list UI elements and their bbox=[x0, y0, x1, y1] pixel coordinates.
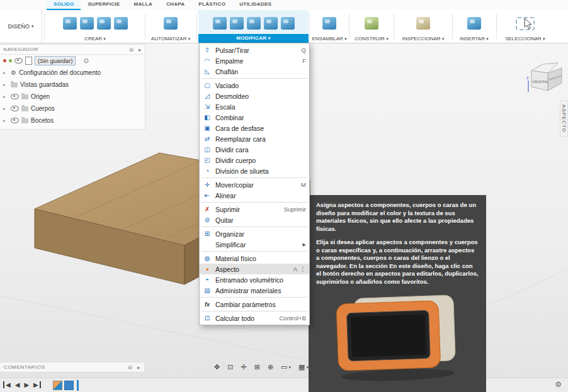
menu-item-quitar[interactable]: ⊘ Quitar bbox=[200, 215, 309, 225]
menu-item-pulsar-tirar[interactable]: ⇧ Pulsar/Tirar Q bbox=[200, 45, 309, 55]
insert-icon[interactable] bbox=[467, 17, 481, 30]
menu-item-entramado-volumetrico[interactable]: ◓ Entramado volumétrico bbox=[200, 274, 309, 285]
tab-malla[interactable]: MALLA bbox=[127, 0, 159, 10]
viewports-icon[interactable]: ▦▾ bbox=[298, 363, 309, 371]
tab-plastico[interactable]: PLÁSTICO bbox=[191, 0, 232, 10]
menu-item-division-de-silueta[interactable]: ◔ División de silueta bbox=[200, 165, 309, 176]
folder-icon bbox=[21, 94, 28, 99]
tab-utilidades[interactable]: UTILIDADES bbox=[232, 0, 278, 10]
viewcube[interactable]: FRONTAL DERECHA Z bbox=[525, 55, 565, 98]
seleccionar-menu-button[interactable]: SELECCIONAR ▾ bbox=[497, 35, 553, 43]
menu-item-organizar[interactable]: ⊞ Organizar bbox=[200, 228, 309, 239]
menu-item-calcular-todo[interactable]: ⊡ Calcular todo Control+B bbox=[200, 313, 309, 323]
ensamblar-menu-button[interactable]: ENSAMBLAR ▾ bbox=[310, 35, 348, 43]
pin-panel-icon[interactable]: ▸ bbox=[137, 364, 140, 371]
menu-item-material-fisico[interactable]: ◍ Material físico bbox=[200, 253, 309, 264]
measure-icon[interactable] bbox=[416, 17, 430, 30]
pin-panel-icon[interactable]: ▸ bbox=[139, 47, 142, 53]
menu-item-dividir-cuerpo[interactable]: ◰ Dividir cuerpo bbox=[200, 155, 309, 165]
browser-row-document[interactable]: (Sin guardar) ⊙ bbox=[0, 55, 145, 67]
timeline-extrude-feature-icon[interactable] bbox=[64, 381, 74, 390]
activate-component-icon[interactable]: ⊙ bbox=[83, 57, 88, 64]
visibility-eye-icon[interactable] bbox=[14, 58, 23, 64]
insertar-label: INSERTAR bbox=[460, 36, 485, 42]
expand-chevron-icon[interactable]: ▸ bbox=[3, 94, 8, 99]
menu-item-reemplazar-cara[interactable]: ⇄ Reemplazar cara bbox=[200, 133, 309, 144]
collapse-panel-icon[interactable]: ⊖ bbox=[129, 47, 134, 53]
modificar-menu-button[interactable]: MODIFICAR ▾ bbox=[198, 34, 309, 43]
remove-icon: ⊘ bbox=[203, 216, 212, 223]
browser-row-bodies[interactable]: ▸ Cuerpos bbox=[0, 103, 145, 115]
play-icon[interactable]: ▶ bbox=[24, 381, 29, 388]
browser-row-origin[interactable]: ▸ Origen bbox=[0, 91, 145, 103]
menu-item-label: Suprimir bbox=[215, 206, 280, 213]
menu-item-chaflan[interactable]: ◺ Chaflán bbox=[200, 66, 309, 77]
timeline-marker[interactable] bbox=[77, 380, 79, 391]
menu-item-cara-de-desfase[interactable]: ▣ Cara de desfase bbox=[200, 123, 309, 133]
browser-row-sketches[interactable]: ▸ Bocetos bbox=[0, 115, 145, 126]
automatizar-menu-button[interactable]: AUTOMATIZAR ▾ bbox=[146, 35, 195, 43]
tab-solido[interactable]: SOLIDO bbox=[47, 0, 81, 10]
split-icon[interactable] bbox=[281, 17, 295, 30]
press-pull-icon[interactable] bbox=[213, 17, 227, 30]
sweep-icon[interactable] bbox=[97, 17, 111, 30]
menu-item-combinar[interactable]: ◧ Combinar bbox=[200, 112, 309, 123]
expand-chevron-icon[interactable]: ▸ bbox=[3, 82, 8, 87]
go-to-end-icon[interactable]: ▶ bbox=[33, 381, 41, 388]
menu-item-cambiar-parametros[interactable]: fx Cambiar parámetros bbox=[200, 299, 309, 310]
combine-icon[interactable] bbox=[264, 17, 278, 30]
menu-item-shortcut: Q bbox=[302, 47, 306, 53]
inspeccionar-menu-button[interactable]: INSPECCIONAR ▾ bbox=[395, 35, 452, 43]
step-back-icon[interactable]: ◀ bbox=[15, 381, 20, 388]
menu-item-mover-copiar[interactable]: ✛ Mover/copiar M bbox=[200, 179, 309, 190]
construir-menu-button[interactable]: CONSTRUIR ▾ bbox=[350, 35, 393, 43]
zoom-icon[interactable]: ⊕ bbox=[268, 363, 273, 371]
visibility-eye-icon[interactable] bbox=[11, 118, 19, 123]
visibility-eye-icon[interactable] bbox=[11, 94, 19, 99]
pan-icon[interactable]: ✛ bbox=[241, 363, 246, 371]
extrude-icon[interactable] bbox=[63, 17, 77, 30]
crear-menu-button[interactable]: CREAR ▾ bbox=[47, 35, 144, 43]
aspect-panel-tab[interactable]: ASPECTO bbox=[560, 101, 568, 137]
timeline-sketch-feature-icon[interactable] bbox=[53, 381, 62, 390]
expand-chevron-icon[interactable]: ▸ bbox=[3, 70, 8, 76]
menu-item-vaciado[interactable]: ▢ Vaciado bbox=[200, 80, 309, 91]
tab-superficie[interactable]: SUPERFICIE bbox=[81, 0, 127, 10]
expand-chevron-icon[interactable]: ▸ bbox=[3, 118, 8, 123]
display-settings-icon[interactable]: ▭▾ bbox=[281, 363, 291, 371]
menu-item-administrar-materiales[interactable]: ▤ Administrar materiales bbox=[200, 285, 309, 296]
go-to-start-icon[interactable]: ◀ bbox=[3, 381, 11, 388]
menu-item-empalme[interactable]: ◠ Empalme F bbox=[200, 55, 309, 66]
tab-chapa[interactable]: CHAPA bbox=[159, 0, 191, 10]
assemble-icon[interactable] bbox=[322, 17, 336, 30]
zoom-window-icon[interactable]: ⊞ bbox=[254, 363, 260, 371]
menu-item-suprimir[interactable]: ✗ Suprimir Suprimir bbox=[200, 204, 309, 215]
expand-chevron-icon[interactable]: ▸ bbox=[3, 106, 8, 111]
automate-icon[interactable] bbox=[164, 17, 178, 30]
browser-row-doc-settings[interactable]: ▸ ⚙ Configuración del documento bbox=[0, 67, 145, 79]
menu-item-desmoldeo[interactable]: ◿ Desmoldeo bbox=[200, 91, 309, 101]
menu-item-label: Combinar bbox=[215, 114, 306, 121]
look-at-icon[interactable]: ⊡ bbox=[227, 363, 233, 371]
menu-item-aspecto[interactable]: ◕ Aspecto A ⋮ bbox=[200, 264, 309, 274]
more-options-icon[interactable]: ⋮ bbox=[300, 266, 306, 272]
pattern-icon[interactable] bbox=[114, 17, 128, 30]
group-automatizar: AUTOMATIZAR ▾ bbox=[146, 10, 195, 43]
design-workspace-dropdown[interactable]: DISEÑO ▾ bbox=[0, 10, 42, 43]
collapse-panel-icon[interactable]: ⊖ bbox=[128, 364, 133, 371]
shell-icon[interactable] bbox=[247, 17, 261, 30]
insertar-menu-button[interactable]: INSERTAR ▾ bbox=[453, 35, 495, 43]
menu-item-escala[interactable]: ⇲ Escala bbox=[200, 101, 309, 112]
menu-item-simplificar[interactable]: Simplificar ▶ bbox=[200, 239, 309, 250]
timeline-settings-gear-icon[interactable]: ⚙ bbox=[555, 380, 562, 389]
revolve-icon[interactable] bbox=[80, 17, 94, 30]
document-name[interactable]: (Sin guardar) bbox=[35, 56, 76, 65]
construction-plane-icon[interactable] bbox=[365, 17, 378, 30]
menu-item-dividir-cara[interactable]: ◫ Dividir cara bbox=[200, 144, 309, 155]
visibility-eye-icon[interactable] bbox=[11, 106, 19, 111]
combine-icon: ◧ bbox=[203, 114, 212, 121]
menu-item-alinear[interactable]: ⇤ Alinear bbox=[200, 190, 309, 201]
orbit-icon[interactable]: ✥ bbox=[214, 363, 220, 371]
fillet-icon[interactable] bbox=[230, 17, 244, 30]
browser-row-named-views[interactable]: ▸ Vistas guardadas bbox=[0, 79, 145, 91]
